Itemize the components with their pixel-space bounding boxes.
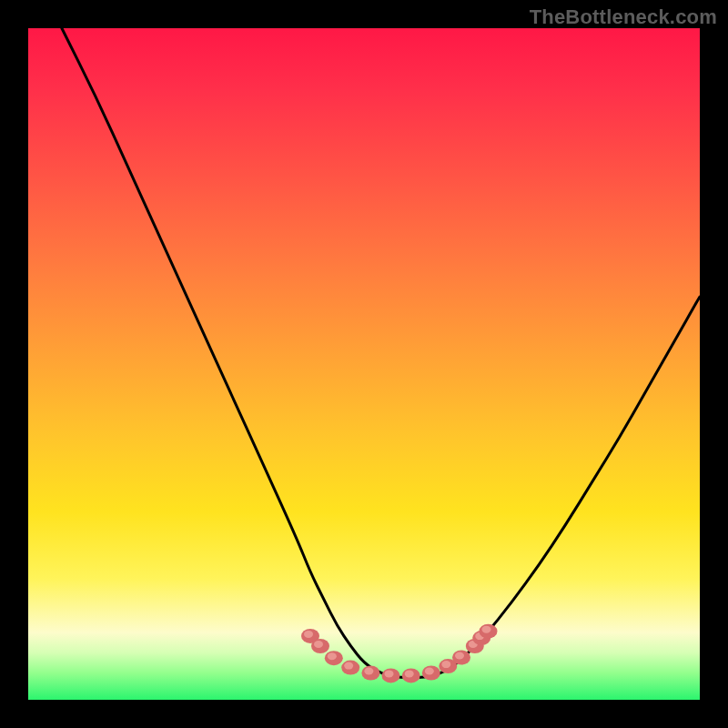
- curve-marker-highlight: [304, 631, 313, 638]
- curve-markers: [301, 624, 498, 683]
- curve-marker-highlight: [482, 626, 491, 633]
- curve-marker-highlight: [441, 661, 450, 668]
- bottleneck-curve: [62, 28, 700, 678]
- bottleneck-curve-svg: [28, 28, 700, 700]
- chart-frame: TheBottleneck.com: [0, 0, 728, 728]
- curve-marker-highlight: [364, 668, 373, 675]
- watermark-text: TheBottleneck.com: [530, 5, 717, 29]
- curve-marker-highlight: [405, 670, 414, 677]
- plot-area: [28, 28, 700, 700]
- curve-marker-highlight: [425, 668, 434, 675]
- curve-marker-highlight: [385, 670, 394, 677]
- curve-marker-highlight: [344, 662, 353, 670]
- curve-marker-highlight: [328, 652, 337, 660]
- curve-marker-highlight: [455, 652, 464, 660]
- curve-marker-highlight: [314, 641, 323, 648]
